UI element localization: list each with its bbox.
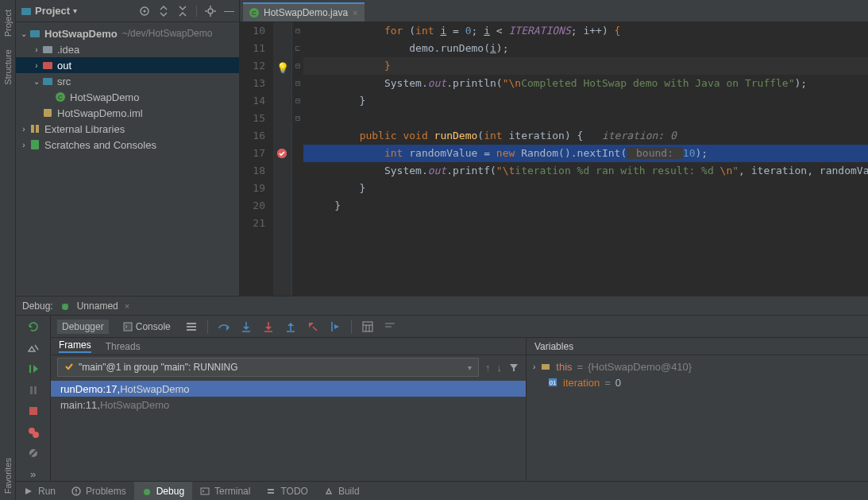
svg-rect-57 bbox=[268, 489, 274, 490]
tree-item-scratches[interactable]: › Scratches and Consoles bbox=[16, 137, 239, 153]
svg-rect-10 bbox=[43, 46, 52, 53]
project-panel: Project ▾ — ⌄ HotSwapDemo bbox=[16, 0, 240, 296]
locate-icon[interactable] bbox=[139, 6, 150, 17]
settings-icon[interactable] bbox=[25, 342, 41, 355]
vars-header: Variables bbox=[527, 338, 868, 355]
mute-breakpoints-icon[interactable] bbox=[25, 447, 41, 460]
chevron-down-icon[interactable]: ▾ bbox=[73, 6, 77, 15]
svg-rect-16 bbox=[31, 125, 34, 133]
tree-item-ext-libs[interactable]: › External Libraries bbox=[16, 121, 239, 137]
close-icon[interactable]: × bbox=[125, 301, 129, 311]
gear-icon[interactable] bbox=[205, 6, 216, 17]
editor-tab[interactable]: C HotSwapDemo.java × bbox=[243, 2, 365, 21]
thread-selector[interactable]: "main"@1 in group "main": RUNNING ▾ bbox=[57, 358, 479, 377]
tree-root[interactable]: ⌄ HotSwapDemo ~/dev/HotSwapDemo bbox=[16, 25, 239, 41]
evaluate-icon[interactable] bbox=[361, 320, 374, 333]
project-icon bbox=[21, 6, 32, 17]
bug-icon bbox=[60, 300, 71, 312]
fold-gutter[interactable]: ⊟⊏⊟ ⊟⊟⊟ bbox=[292, 22, 303, 296]
bulb-icon[interactable]: 💡 bbox=[276, 60, 289, 77]
code-editor[interactable]: 101112131415 161718192021 💡 ⊟⊏⊟ ⊟⊟⊟ bbox=[240, 22, 868, 296]
expand-arrow-icon[interactable]: › bbox=[533, 362, 535, 371]
var-row[interactable]: 01 iteration = 0 bbox=[533, 374, 862, 390]
debug-title-bar: Debug: Unnamed × bbox=[16, 297, 868, 316]
more-icon[interactable]: » bbox=[25, 468, 41, 482]
svg-text:01: 01 bbox=[550, 379, 557, 386]
expand-arrow-icon[interactable]: ⌄ bbox=[19, 29, 29, 38]
prev-frame-icon[interactable]: ↑ bbox=[485, 362, 491, 374]
svg-rect-49 bbox=[542, 364, 550, 370]
bottom-tool-bar: Run Problems Debug Terminal TODO Build bbox=[16, 481, 868, 500]
force-step-into-icon[interactable] bbox=[262, 320, 275, 333]
expand-arrow-icon[interactable]: › bbox=[32, 45, 41, 54]
expand-arrow-icon[interactable]: ⌄ bbox=[32, 77, 41, 86]
frame-list[interactable]: runDemo:17, HotSwapDemo main:11, HotSwap… bbox=[51, 379, 526, 481]
debug-panel: Debug: Unnamed × » Debugger Console bbox=[16, 297, 868, 481]
svg-point-28 bbox=[33, 432, 39, 438]
expand-arrow-icon[interactable]: › bbox=[19, 125, 29, 134]
svg-text:C: C bbox=[252, 10, 257, 17]
run-to-cursor-icon[interactable] bbox=[329, 320, 341, 333]
threads-icon[interactable] bbox=[185, 320, 198, 333]
frames-tab[interactable]: Frames bbox=[59, 339, 91, 353]
project-panel-header: Project ▾ — bbox=[16, 0, 239, 22]
console-tab[interactable]: Console bbox=[118, 320, 176, 334]
editor-tabs: C HotSwapDemo.java × bbox=[240, 0, 868, 22]
tree-item-idea[interactable]: › .idea bbox=[16, 41, 239, 57]
expand-all-icon[interactable] bbox=[158, 6, 169, 17]
structure-tool-tab[interactable]: Structure bbox=[3, 43, 13, 91]
build-tool-tab[interactable]: Build bbox=[316, 482, 368, 500]
step-out-icon[interactable] bbox=[284, 320, 297, 333]
close-icon[interactable]: × bbox=[353, 8, 357, 17]
svg-rect-31 bbox=[124, 323, 132, 331]
variables-tab[interactable]: Variables bbox=[534, 341, 573, 352]
editor-panel: C HotSwapDemo.java × 101112131415 161718… bbox=[240, 0, 868, 296]
run-tool-tab[interactable]: Run bbox=[16, 482, 64, 500]
variables-list[interactable]: › this = {HotSwapDemo@410} 01 iteration … bbox=[527, 355, 868, 481]
todo-tool-tab[interactable]: TODO bbox=[258, 482, 315, 500]
expand-arrow-icon[interactable]: › bbox=[19, 141, 29, 149]
favorites-tool-tab[interactable]: Favorites bbox=[3, 452, 13, 500]
expand-arrow-icon[interactable]: › bbox=[32, 61, 41, 70]
var-row[interactable]: › this = {HotSwapDemo@410} bbox=[533, 359, 862, 374]
frame-row[interactable]: runDemo:17, HotSwapDemo bbox=[51, 381, 526, 397]
frame-row[interactable]: main:11, HotSwapDemo bbox=[51, 397, 526, 413]
tree-item-iml[interactable]: HotSwapDemo.iml bbox=[16, 105, 239, 121]
code-content[interactable]: for (int i = 0; i < ITERATIONS; i++) { d… bbox=[303, 22, 868, 296]
debugger-tab[interactable]: Debugger bbox=[57, 320, 109, 334]
line-number-gutter: 101112131415 161718192021 bbox=[240, 22, 273, 296]
debug-config-name[interactable]: Unnamed bbox=[77, 300, 118, 312]
breakpoint-icon[interactable] bbox=[277, 149, 287, 158]
thread-selector-label: "main"@1 in group "main": RUNNING bbox=[79, 362, 238, 373]
tree-item-src[interactable]: ⌄ src bbox=[16, 73, 239, 89]
terminal-tool-tab[interactable]: Terminal bbox=[192, 482, 258, 500]
step-into-icon[interactable] bbox=[240, 320, 253, 333]
pause-icon[interactable] bbox=[25, 384, 41, 397]
view-breakpoints-icon[interactable] bbox=[25, 426, 41, 440]
collapse-all-icon[interactable] bbox=[177, 6, 188, 17]
hide-icon[interactable]: — bbox=[224, 5, 234, 17]
next-frame-icon[interactable]: ↓ bbox=[497, 362, 503, 374]
project-tool-tab[interactable]: Project bbox=[3, 3, 13, 43]
stop-icon[interactable] bbox=[25, 405, 41, 418]
debug-tool-tab[interactable]: Debug bbox=[134, 482, 192, 500]
svg-rect-32 bbox=[187, 323, 196, 324]
rerun-icon[interactable] bbox=[25, 320, 41, 334]
threads-tab[interactable]: Threads bbox=[106, 341, 141, 352]
chevron-down-icon[interactable]: ▾ bbox=[468, 363, 472, 372]
filter-icon[interactable] bbox=[508, 362, 519, 373]
svg-rect-18 bbox=[31, 140, 39, 149]
problems-tool-tab[interactable]: Problems bbox=[64, 482, 134, 500]
project-tree[interactable]: ⌄ HotSwapDemo ~/dev/HotSwapDemo › .idea … bbox=[16, 22, 239, 156]
tree-item-out[interactable]: › out bbox=[16, 57, 239, 73]
drop-frame-icon[interactable] bbox=[307, 320, 319, 333]
project-title[interactable]: Project bbox=[35, 5, 70, 17]
gutter-icons[interactable]: 💡 bbox=[273, 22, 292, 296]
svg-rect-33 bbox=[187, 326, 196, 328]
step-over-icon[interactable] bbox=[218, 320, 230, 333]
svg-rect-43 bbox=[363, 322, 372, 331]
resume-icon[interactable] bbox=[25, 362, 41, 376]
tree-label: out bbox=[57, 60, 71, 72]
trace-icon[interactable] bbox=[384, 320, 396, 333]
tree-item-hotswapdemo[interactable]: C HotSwapDemo bbox=[16, 89, 239, 105]
